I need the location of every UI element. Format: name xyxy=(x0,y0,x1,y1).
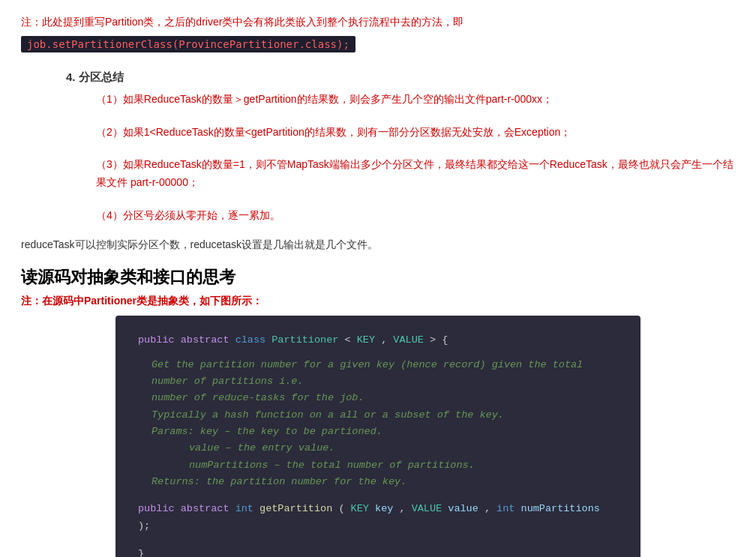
list-item-4: （4）分区号必须从零开始，逐一累加。 xyxy=(96,207,735,225)
code-block: public abstract class Partitioner < KEY … xyxy=(116,316,640,557)
note2: 注：在源码中Partitioner类是抽象类，如下图所示： xyxy=(21,295,735,308)
section4-title: 4. 分区总结 xyxy=(66,70,735,85)
code-pub-line: public abstract int getPartition ( KEY k… xyxy=(138,501,618,535)
comment-block: Get the partition number for a given key… xyxy=(152,357,618,490)
comment-1: Get the partition number for a given key… xyxy=(152,357,618,391)
note1-code: job.setPartitionerClass(ProvincePartitio… xyxy=(21,36,356,52)
comment-2: number of reduce-tasks for the job. xyxy=(152,390,618,406)
comment-3: Typically a hash function on a all or a … xyxy=(152,407,618,424)
comment-4-label: Params: key – the key to be partioned. xyxy=(152,424,618,440)
note1-text: 注：此处提到重写Partition类，之后的driver类中会有将此类嵌入到整个… xyxy=(21,13,735,31)
list-item-1: （1）如果ReduceTask的数量＞getPartition的结果数，则会多产… xyxy=(96,91,735,109)
list-item-3: （3）如果ReduceTask的数量=1，则不管MapTask端输出多少个分区文… xyxy=(96,156,735,192)
code-brace: } xyxy=(138,546,618,557)
code-line1: public abstract class Partitioner < KEY … xyxy=(138,332,618,349)
section4-title-label: 4. 分区总结 xyxy=(66,70,124,83)
page-container: 注：此处提到重写Partition类，之后的driver类中会有将此类嵌入到整个… xyxy=(0,0,756,557)
normal-text: reduceTask可以控制实际分区个数，reducetask设置是几输出就是几… xyxy=(21,235,735,254)
section-heading: 读源码对抽象类和接口的思考 xyxy=(21,266,735,289)
note2-text: 注：在源码中Partitioner类是抽象类，如下图所示： xyxy=(21,295,262,307)
comment-4-num: numPartitions – the total number of part… xyxy=(189,457,618,474)
comment-5: Returns: the partition number for the ke… xyxy=(152,474,618,490)
list-item-2: （2）如果1<ReduceTask的数量<getPartition的结果数，则有… xyxy=(96,124,735,142)
comment-4-value: value – the entry value. xyxy=(189,440,618,457)
